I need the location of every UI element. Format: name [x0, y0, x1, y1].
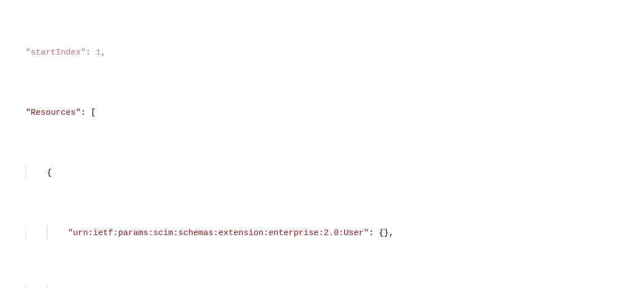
code-line: { [0, 165, 644, 180]
json-key: "Resources" [26, 108, 81, 118]
code-editor[interactable]: "startIndex": 1, "Resources": [ { "urn:i… [0, 0, 644, 288]
json-key: "urn:ietf:params:scim:schemas:extension:… [68, 228, 369, 238]
code-line: "startIndex": 1, [0, 45, 644, 60]
json-key: "startIndex" [26, 48, 86, 57]
json-punct: : {}, [369, 228, 394, 238]
code-line: "Resources": [ [0, 105, 644, 120]
code-line: "active": true, [0, 286, 644, 288]
json-punct: { [47, 168, 52, 178]
code-line: "urn:ietf:params:scim:schemas:extension:… [0, 226, 644, 241]
json-punct: : [86, 48, 96, 57]
json-punct: : [ [81, 108, 96, 118]
json-punct: , [101, 48, 106, 57]
json-number: 1 [96, 48, 101, 57]
